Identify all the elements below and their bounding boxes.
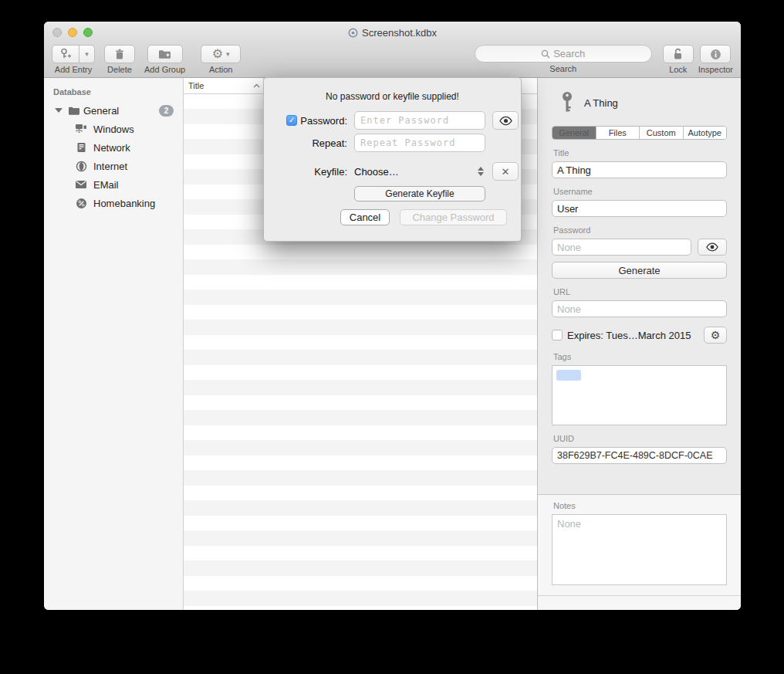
envelope-icon [75,178,87,191]
add-entry-dropdown[interactable]: ▾ [79,45,95,63]
repeat-password-input[interactable] [354,134,485,152]
sidebar-item-label: Internet [93,161,127,172]
delete-button[interactable] [104,45,135,63]
tags-field[interactable] [552,365,727,425]
change-password-dialog: No password or keyfile supplied! ✓ Passw… [263,77,522,242]
action-button[interactable]: ⚙ ▾ [201,45,241,63]
tag-chip[interactable] [556,370,581,381]
add-entry-button[interactable] [52,45,79,63]
sidebar-item-label: Homebanking [93,198,155,209]
tab-general-label: General [559,128,589,137]
notes-section: Notes [538,494,741,610]
close-button[interactable] [52,28,62,37]
folder-plus-icon [158,49,171,59]
inspector-panel: A Thing General Files Custom Autotype Ti… [537,78,741,610]
entry-count-badge: 2 [159,105,174,117]
search-input[interactable]: Search [475,45,652,63]
divider [538,595,741,596]
key-plus-icon [59,48,72,60]
title-bar: Screenshot.kdbx [44,22,741,43]
generate-label: Generate [618,265,660,276]
username-field-label: Username [553,187,727,196]
password-field[interactable] [552,239,691,256]
sidebar-item-email[interactable]: EMail [44,175,183,194]
inspector-label: Inspector [698,65,733,74]
windows-network-icon [75,123,87,135]
clear-keyfile-button[interactable]: ✕ [492,162,519,181]
tab-autotype[interactable]: Autotype [684,127,727,139]
tab-files-label: Files [609,128,627,137]
title-field[interactable] [552,161,727,178]
main-window: Screenshot.kdbx ▾ Add Entry [44,22,741,610]
entry-title: A Thing [584,97,618,109]
zoom-button[interactable] [83,28,93,37]
search-label: Search [549,64,576,73]
action-label: Action [209,65,233,74]
eye-icon [498,116,513,126]
info-icon [710,49,721,60]
add-group-label: Add Group [144,65,185,74]
tab-files[interactable]: Files [596,127,640,139]
toolbar: ▾ Add Entry Delete Add Group [44,43,741,78]
delete-label: Delete [107,65,132,74]
enter-password-input[interactable] [354,111,485,130]
inspector-button[interactable] [700,45,731,63]
expires-settings-button[interactable]: ⚙ [704,327,727,344]
column-title-label: Title [188,81,204,90]
generate-password-button[interactable]: Generate [552,262,727,279]
sidebar-item-label: Network [93,142,130,154]
minimize-button[interactable] [68,28,77,37]
eye-icon [705,242,719,252]
notes-label: Notes [553,501,727,510]
dialog-message: No password or keyfile supplied! [264,91,521,102]
disclosure-triangle-icon[interactable] [55,108,63,113]
percent-coin-icon [75,197,87,209]
reveal-password-button[interactable] [698,239,727,256]
cancel-button[interactable]: Cancel [340,209,390,225]
sidebar-item-homebanking[interactable]: Homebanking [44,194,183,212]
dialog-reveal-password-button[interactable] [492,111,519,130]
window-title: Screenshot.kdbx [362,27,437,39]
change-password-button[interactable]: Change Password [400,209,507,225]
sidebar: Database General 2 [44,78,183,610]
generate-keyfile-label: Generate Keyfile [385,188,454,199]
sidebar-item-internet[interactable]: Internet [44,157,183,175]
traffic-lights [52,28,93,37]
open-padlock-icon [672,48,684,60]
column-header-title[interactable]: Title [184,78,264,93]
tab-custom[interactable]: Custom [640,127,684,139]
add-entry-label: Add Entry [55,65,92,74]
keyfile-popup[interactable]: Choose… [354,166,485,178]
sidebar-item-label: General [83,105,119,117]
tags-label: Tags [553,352,727,361]
add-group-button[interactable] [147,45,183,63]
expires-label: Expires: Tues…March 2015 [567,330,699,341]
close-x-icon: ✕ [502,166,510,178]
title-field-label: Title [553,148,727,157]
password-field-label: Password [553,225,727,235]
key-icon [559,91,575,114]
server-icon [75,141,87,154]
password-checkbox[interactable]: ✓ [286,115,297,126]
sidebar-item-network[interactable]: Network [44,138,183,157]
folder-icon [68,104,80,117]
uuid-field: 38F629B7-FC4E-489C-8DCF-0CAE [552,447,727,464]
url-field-label: URL [553,287,727,296]
tab-general[interactable]: General [553,127,596,139]
stepper-icon [478,167,484,176]
change-password-label: Change Password [412,212,494,223]
inspector-tabs: General Files Custom Autotype [552,126,727,140]
dialog-password-label: Password: [300,115,347,127]
username-field[interactable] [552,200,727,217]
generate-keyfile-button[interactable]: Generate Keyfile [354,186,485,202]
notes-field[interactable] [552,514,727,585]
sidebar-section-header: Database [44,84,183,101]
globe-icon [75,160,87,172]
tab-custom-label: Custom [647,128,676,137]
expires-checkbox[interactable] [552,330,563,340]
sidebar-item-windows[interactable]: Windows [44,120,183,138]
lock-button[interactable] [663,45,694,63]
url-field[interactable] [552,300,727,317]
sidebar-item-general[interactable]: General 2 [44,101,183,120]
lock-label: Lock [669,65,687,74]
